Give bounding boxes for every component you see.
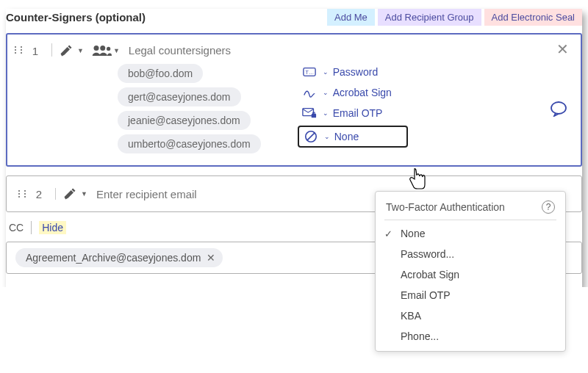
cc-label: CC <box>9 222 24 233</box>
drag-handle-icon[interactable] <box>18 190 26 198</box>
people-icon <box>91 43 112 58</box>
chevron-down-icon: ▼ <box>113 47 120 54</box>
member-chip[interactable]: umberto@caseyjones.dom <box>118 134 261 153</box>
divider <box>55 188 56 200</box>
divider <box>31 221 32 234</box>
section-header: Counter-Signers (optional) Add Me Add Re… <box>6 9 582 26</box>
order-number: 1 <box>26 45 44 57</box>
remove-cc-icon[interactable]: ✕ <box>207 252 215 264</box>
signature-icon <box>302 87 317 98</box>
member-chip[interactable]: jeanie@caseyjones.dom <box>118 111 251 130</box>
divider <box>51 43 52 57</box>
add-electronic-seal-button[interactable]: Add Electronic Seal <box>484 9 582 26</box>
chevron-down-icon: ⌄ <box>324 133 330 140</box>
message-icon[interactable] <box>550 101 567 121</box>
dropdown-header: Two-Factor Authentication ? <box>376 198 565 220</box>
svg-line-9 <box>306 133 315 141</box>
auth-label: Password <box>333 66 378 78</box>
member-chip[interactable]: gert@caseyjones.dom <box>118 87 241 106</box>
dropdown-item-label: None <box>401 228 425 239</box>
dropdown-item-emailotp[interactable]: Email OTP <box>376 285 565 287</box>
pen-icon <box>62 186 78 201</box>
dropdown-item-acrobat[interactable]: Acrobat Sign <box>376 264 565 285</box>
svg-point-0 <box>93 46 98 51</box>
password-icon: T… <box>302 66 317 78</box>
auth-label: Email OTP <box>333 107 383 119</box>
recipient-row-1: 1 ▼ ▼ ✕ bob@foo.dom gert@caseyjones.dom … <box>6 33 582 167</box>
dropdown-item-password[interactable]: Password... <box>376 244 565 264</box>
chevron-down-icon: ⌄ <box>323 89 329 96</box>
auth-label: None <box>334 131 359 142</box>
dropdown-item-label: Acrobat Sign <box>401 269 459 280</box>
dropdown-title: Two-Factor Authentication <box>386 201 505 213</box>
section-title: Counter-Signers (optional) <box>6 11 146 23</box>
drag-handle-icon[interactable] <box>15 46 22 54</box>
remove-recipient-button[interactable]: ✕ <box>553 42 572 57</box>
chevron-down-icon: ⌄ <box>323 68 329 76</box>
pen-icon <box>58 43 74 58</box>
chevron-down-icon: ▼ <box>77 47 84 54</box>
email-lock-icon <box>302 107 317 119</box>
hide-cc-link[interactable]: Hide <box>39 221 66 234</box>
chevron-down-icon: ⌄ <box>323 109 329 117</box>
cc-chip-label: Agreement_Archive@caseyjones.dom <box>26 252 201 264</box>
none-icon <box>304 130 318 143</box>
two-factor-dropdown: Two-Factor Authentication ? ✓ None Passw… <box>375 191 566 287</box>
group-role-dropdown[interactable]: ▼ <box>91 43 120 58</box>
member-chip[interactable]: bob@foo.dom <box>118 64 203 83</box>
dropdown-item-label: Password... <box>401 248 454 260</box>
group-name-input[interactable] <box>127 43 553 57</box>
cc-chip[interactable]: Agreement_Archive@caseyjones.dom ✕ <box>15 248 223 267</box>
signer-role-dropdown[interactable]: ▼ <box>58 43 84 58</box>
auth-column: T… ⌄ Password ⌄ Acrobat Sign ⌄ Email OTP <box>298 64 408 153</box>
help-icon[interactable]: ? <box>542 200 555 214</box>
svg-text:T…: T… <box>305 69 314 76</box>
divider <box>384 220 556 220</box>
check-icon: ✓ <box>384 228 392 239</box>
auth-password-dropdown[interactable]: T… ⌄ Password <box>298 64 408 80</box>
auth-emailotp-dropdown[interactable]: ⌄ Email OTP <box>298 105 408 121</box>
svg-point-10 <box>551 102 566 114</box>
auth-label: Acrobat Sign <box>333 87 392 98</box>
header-buttons: Add Me Add Recipient Group Add Electroni… <box>327 9 582 26</box>
add-recipient-group-button[interactable]: Add Recipient Group <box>378 9 481 26</box>
auth-acrobat-dropdown[interactable]: ⌄ Acrobat Sign <box>298 84 408 101</box>
auth-none-dropdown[interactable]: ⌄ None <box>298 126 408 148</box>
svg-point-1 <box>100 46 105 51</box>
order-number: 2 <box>30 188 48 200</box>
member-chips: bob@foo.dom gert@caseyjones.dom jeanie@c… <box>118 64 261 153</box>
svg-point-2 <box>107 47 110 51</box>
add-me-button[interactable]: Add Me <box>327 9 375 26</box>
signer-role-dropdown[interactable]: ▼ <box>62 186 87 201</box>
chevron-down-icon: ▼ <box>81 190 87 198</box>
dropdown-item-none[interactable]: ✓ None <box>376 223 565 244</box>
